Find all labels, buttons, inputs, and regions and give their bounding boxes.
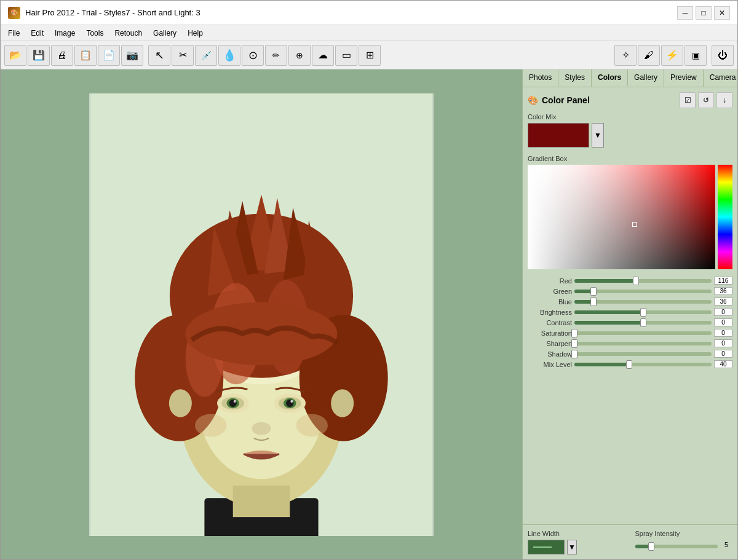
slider-value-sharpen: 0 (714, 339, 732, 347)
bottom-controls: Line Width ▼ Spray Intensity (523, 524, 737, 559)
brush-tool[interactable]: 🖌 (638, 45, 660, 66)
slider-value-shadow: 0 (714, 350, 732, 358)
save-button[interactable]: 💾 (28, 45, 50, 66)
slider-thumb-sharpen[interactable] (571, 339, 577, 348)
slider-track-brightness[interactable] (574, 310, 712, 314)
slider-thumb-mix level[interactable] (626, 360, 632, 369)
slider-track-saturation[interactable] (574, 331, 712, 335)
camera-capture-button[interactable]: 📷 (121, 45, 143, 66)
spray-intensity-slider[interactable] (635, 545, 718, 548)
slider-fill-mix level (574, 363, 629, 366)
svg-rect-35 (233, 485, 290, 516)
slider-thumb-contrast[interactable] (640, 318, 646, 327)
paste-button[interactable]: 📄 (98, 45, 120, 66)
slider-track-green[interactable] (574, 290, 712, 293)
line-width-dropdown[interactable]: ▼ (567, 540, 577, 554)
toolbar: 📂 💾 🖨 📋 📄 📷 ↖ ✂ 💉 💧 ⊙ ✏ ⊕ ☁ ▭ ⊞ ✧ 🖌 ⚡ ▣ … (1, 41, 737, 69)
tab-colors[interactable]: Colors (592, 69, 628, 87)
open-button[interactable]: 📂 (4, 45, 26, 66)
select-tool[interactable]: ↖ (148, 45, 170, 66)
line-width-preview (533, 546, 552, 548)
tab-styles[interactable]: Styles (558, 69, 592, 87)
color-dropdown-arrow[interactable]: ▼ (592, 123, 604, 148)
line-width-section: Line Width ▼ (528, 530, 625, 554)
fill-tool[interactable]: 💧 (218, 45, 240, 66)
slider-thumb-blue[interactable] (590, 298, 597, 306)
menu-file[interactable]: File (3, 28, 25, 39)
slider-row-shadow: Shadow0 (528, 350, 732, 358)
tab-gallery[interactable]: Gallery (628, 69, 664, 87)
print-button[interactable]: 🖨 (51, 45, 73, 66)
scissors-tool[interactable]: ✂ (172, 45, 194, 66)
slider-thumb-green[interactable] (590, 287, 597, 296)
tab-photos[interactable]: Photos (523, 69, 558, 87)
slider-track-sharpen[interactable] (574, 342, 712, 345)
color-swatch[interactable] (528, 123, 589, 148)
minimize-button[interactable]: ─ (677, 6, 693, 20)
main-content: Photos Styles Colors Gallery Preview Cam… (1, 69, 737, 559)
gradient-label: Gradient Box (528, 155, 732, 162)
menu-tools[interactable]: Tools (81, 28, 108, 39)
download-button[interactable]: ↓ (716, 92, 732, 108)
maximize-button[interactable]: □ (696, 6, 712, 20)
slider-thumb-saturation[interactable] (571, 329, 577, 337)
portrait-image (89, 93, 434, 536)
slider-label-shadow: Shadow (528, 350, 572, 358)
svg-point-28 (234, 400, 236, 402)
tab-camera[interactable]: Camera (704, 69, 737, 87)
slider-value-blue: 36 (714, 298, 732, 306)
menu-retouch[interactable]: Retouch (109, 28, 147, 39)
slider-label-contrast: Contrast (528, 319, 572, 326)
slider-label-red: Red (528, 277, 572, 285)
menu-gallery[interactable]: Gallery (148, 28, 181, 39)
cloud-tool[interactable]: ☁ (312, 45, 334, 66)
slider-track-shadow[interactable] (574, 352, 712, 356)
slider-row-green: Green36 (528, 287, 732, 295)
gradient-section: Gradient Box (528, 155, 732, 269)
screen-tool[interactable]: ▣ (684, 45, 707, 66)
tab-bar: Photos Styles Colors Gallery Preview Cam… (523, 69, 737, 87)
color-spectrum[interactable] (718, 165, 732, 269)
gradient-picker[interactable] (528, 165, 715, 269)
slider-thumb-red[interactable] (633, 277, 639, 285)
slider-row-red: Red116 (528, 277, 732, 285)
check-button[interactable]: ☑ (680, 92, 696, 108)
eyedropper-tool[interactable]: 💉 (195, 45, 217, 66)
wand-tool[interactable]: ✧ (614, 45, 637, 66)
slider-thumb-shadow[interactable] (571, 350, 577, 358)
slider-track-mix level[interactable] (574, 363, 712, 366)
slider-thumb-brightness[interactable] (640, 308, 646, 317)
lasso-tool[interactable]: ⊙ (242, 45, 264, 66)
menu-image[interactable]: Image (50, 28, 80, 39)
titlebar: 🎨 Hair Pro 2012 - Trial - Styles7 - Shor… (1, 1, 737, 25)
slider-row-brightness: Brightness0 (528, 308, 732, 316)
menu-edit[interactable]: Edit (26, 28, 49, 39)
close-button[interactable]: ✕ (714, 6, 730, 20)
reset-button[interactable]: ↺ (698, 92, 714, 108)
slider-track-red[interactable] (574, 279, 712, 283)
power-button[interactable]: ⏻ (712, 45, 734, 66)
slider-value-brightness: 0 (714, 308, 732, 316)
color-panel: 🎨 Color Panel ☑ ↺ ↓ Color Mix ▼ (523, 87, 737, 524)
color-mix-row: ▼ (528, 123, 732, 148)
copy-button[interactable]: 📋 (74, 45, 97, 66)
slider-value-contrast: 0 (714, 318, 732, 326)
clone-tool[interactable]: ⊕ (288, 45, 311, 66)
lightning-tool[interactable]: ⚡ (661, 45, 683, 66)
slider-value-mix level: 40 (714, 360, 732, 368)
slider-track-blue[interactable] (574, 300, 712, 304)
spray-tool[interactable]: ✏ (265, 45, 287, 66)
menu-help[interactable]: Help (183, 28, 208, 39)
slider-fill-contrast (574, 321, 643, 325)
panel-header: 🎨 Color Panel ☑ ↺ ↓ (528, 92, 732, 108)
rect-select-tool[interactable]: ▭ (335, 45, 357, 66)
line-width-selector[interactable] (528, 540, 565, 554)
tab-preview[interactable]: Preview (664, 69, 704, 87)
svg-point-34 (331, 389, 354, 417)
titlebar-controls: ─ □ ✕ (677, 6, 730, 20)
slider-value-green: 36 (714, 287, 732, 295)
slider-track-contrast[interactable] (574, 321, 712, 325)
menubar: File Edit Image Tools Retouch Gallery He… (1, 25, 737, 41)
right-panel: Photos Styles Colors Gallery Preview Cam… (522, 69, 737, 559)
crop-tool[interactable]: ⊞ (359, 45, 381, 66)
